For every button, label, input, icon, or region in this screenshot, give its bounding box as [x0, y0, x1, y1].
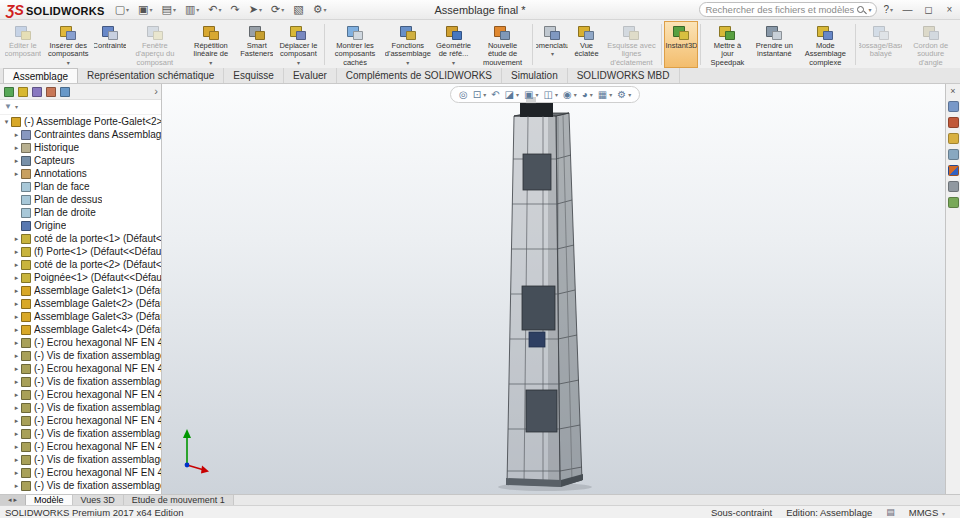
- tree-item[interactable]: ▸Assemblage Galet<3> (Défaut<Et...: [0, 310, 161, 323]
- tab-complements-de-solidworks[interactable]: Compléments de SOLIDWORKS: [337, 68, 502, 83]
- tree-item[interactable]: ▸(-) Ecrou hexagonal NF EN 4032-N...: [0, 440, 161, 453]
- scroll-tabs-left-icon[interactable]: ◂: [8, 496, 12, 504]
- viewport-3d[interactable]: [162, 84, 945, 494]
- design-library-icon[interactable]: [948, 117, 959, 128]
- smart-fasteners-button[interactable]: Smart Fasteners: [239, 21, 275, 68]
- montrer-les-composants-caches-button[interactable]: Montrer les composants cachés: [327, 21, 383, 68]
- zoom-to-area-button[interactable]: ⊡▾: [472, 90, 487, 100]
- section-view-button[interactable]: ◪▾: [504, 90, 520, 100]
- expand-arrow-icon[interactable]: ▸: [12, 352, 21, 359]
- expand-arrow-icon[interactable]: ▸: [12, 313, 21, 320]
- expand-arrow-icon[interactable]: ▸: [12, 391, 21, 398]
- expand-arrow-icon[interactable]: ▸: [12, 378, 21, 385]
- expand-arrow-icon[interactable]: ▸: [12, 365, 21, 372]
- select-button[interactable]: ➤▾: [245, 1, 266, 19]
- expand-arrow-icon[interactable]: ▸: [12, 326, 21, 333]
- redo-button[interactable]: ↷: [227, 1, 244, 19]
- tree-item[interactable]: ▸coté de la porte<2> (Défaut<<Dé...: [0, 258, 161, 271]
- tree-item[interactable]: ▸(-) Vis de fixation assemblage gale...: [0, 427, 161, 440]
- tree-item[interactable]: ▾(-) Assemblage Porte-Galet<2> (Défaut..…: [0, 115, 161, 128]
- edit-appearance-button[interactable]: ◕▾: [581, 90, 594, 100]
- expand-arrow-icon[interactable]: ▸: [12, 417, 21, 424]
- assembly-3d-model[interactable]: [162, 84, 945, 494]
- tree-item[interactable]: ▸(-) Vis de fixation assemblage gale...: [0, 375, 161, 388]
- tree-item[interactable]: Plan de face: [0, 180, 161, 193]
- expand-arrow-icon[interactable]: ▸: [12, 261, 21, 268]
- search-caret-icon[interactable]: ▾: [868, 7, 871, 13]
- instant3d-button[interactable]: Instant3D: [664, 21, 698, 68]
- tree-item[interactable]: ▸(-) Vis de fixation assemblage gale...: [0, 349, 161, 362]
- display-style-button[interactable]: ◫▾: [542, 90, 558, 100]
- prendre-un-instantane-button[interactable]: Prendre un instantané: [752, 21, 798, 68]
- tree-item[interactable]: ▸Capteurs: [0, 154, 161, 167]
- scroll-tabs-right-icon[interactable]: ▸: [14, 496, 18, 504]
- repetition-lineaire-de-composants-button[interactable]: Répétition linéaire de composants▾: [183, 21, 239, 68]
- save-button[interactable]: ▤▾: [158, 1, 180, 19]
- tab-simulation[interactable]: Simulation: [502, 68, 568, 83]
- pane-flyout-chevron-icon[interactable]: ›: [154, 85, 158, 97]
- expand-arrow-icon[interactable]: ▸: [12, 339, 21, 346]
- nouvelle-etude-de-mouvement-button[interactable]: Nouvelle étude de mouvement: [474, 21, 530, 68]
- minimize-button[interactable]: —: [899, 2, 916, 18]
- file-properties-button[interactable]: ▧: [289, 1, 307, 19]
- units-selector[interactable]: MMGS ▾: [909, 507, 945, 518]
- view-settings-button[interactable]: ⚙▾: [616, 90, 632, 100]
- view-orientation-button[interactable]: ▣▾: [523, 90, 539, 100]
- file-explorer-icon[interactable]: [948, 133, 959, 144]
- undo-button[interactable]: ↶▾: [204, 1, 225, 19]
- expand-arrow-icon[interactable]: ▸: [12, 274, 21, 281]
- expand-arrow-icon[interactable]: ▸: [12, 430, 21, 437]
- tree-item[interactable]: ▸Assemblage Galet<2> (Défaut<Et...: [0, 297, 161, 310]
- geometrie-de-refe-button[interactable]: Géométrie de réfé...▾: [433, 21, 475, 68]
- solidworks-resources-icon[interactable]: [948, 101, 959, 112]
- configurationmanager-tab-icon[interactable]: [32, 87, 42, 97]
- expand-arrow-icon[interactable]: ▸: [12, 170, 21, 177]
- search-icon[interactable]: [857, 6, 864, 13]
- tree-item[interactable]: Plan de droite: [0, 206, 161, 219]
- hide-show-items-button[interactable]: ◉▾: [562, 90, 578, 100]
- tree-item[interactable]: ▸(-) Ecrou hexagonal NF EN 4032-N...: [0, 362, 161, 375]
- zoom-to-fit-button[interactable]: ◎: [458, 90, 469, 100]
- custom-properties-icon[interactable]: [948, 181, 959, 192]
- tree-item[interactable]: ▸Annotations: [0, 167, 161, 180]
- contrainte-button[interactable]: Contrainte: [93, 21, 127, 68]
- tree-item[interactable]: ▸Poignée<1> (Défaut<<Défaut>_E...: [0, 271, 161, 284]
- vue-eclatee-button[interactable]: Vue éclatée: [569, 21, 603, 68]
- close-button[interactable]: ×: [941, 2, 958, 18]
- tree-item[interactable]: ▸(-) Vis de fixation assemblage gale...: [0, 401, 161, 414]
- mode-assemblage-complexe-button[interactable]: Mode Assemblage complexe: [797, 21, 853, 68]
- displaymanager-tab-icon[interactable]: [60, 87, 70, 97]
- tree-item[interactable]: Origine: [0, 219, 161, 232]
- forum-icon[interactable]: [948, 197, 959, 208]
- doc-tab-vues-3d[interactable]: Vues 3D: [73, 495, 124, 505]
- options-button[interactable]: ⚙▾: [309, 1, 331, 19]
- tree-item[interactable]: ▸(-) Vis de fixation assemblage gale...: [0, 479, 161, 492]
- doc-tab-etude-de-mouvement-1[interactable]: Etude de mouvement 1: [124, 495, 234, 505]
- expand-arrow-icon[interactable]: ▸: [12, 469, 21, 476]
- tab-representation-schematique[interactable]: Représentation schématique: [78, 68, 224, 83]
- tree-item[interactable]: ▸(-) Vis de fixation assemblage gale...: [0, 453, 161, 466]
- tab-evaluer[interactable]: Evaluer: [284, 68, 337, 83]
- previous-view-button[interactable]: ↶: [490, 90, 500, 100]
- expand-arrow-icon[interactable]: ▸: [12, 157, 21, 164]
- help-button[interactable]: ? ▾: [881, 4, 895, 15]
- expand-arrow-icon[interactable]: ▸: [12, 287, 21, 294]
- tree-item[interactable]: Plan de dessus: [0, 193, 161, 206]
- new-file-button[interactable]: ▢▾: [111, 1, 133, 19]
- nomenclature-button[interactable]: Nomenclature▾: [535, 21, 569, 68]
- rebuild-button[interactable]: ⟳▾: [267, 1, 288, 19]
- featuremanager-tab-icon[interactable]: [4, 87, 14, 97]
- tree-filter-row[interactable]: ▼ ▾: [0, 100, 161, 115]
- tree-item[interactable]: ▸Historique: [0, 141, 161, 154]
- apply-scene-button[interactable]: ▦▾: [597, 90, 613, 100]
- tree-item[interactable]: ▸(-) Ecrou hexagonal NF EN 4032-N...: [0, 414, 161, 427]
- tree-item[interactable]: ▸coté de la porte<1> (Défaut<<Dé...: [0, 232, 161, 245]
- expand-arrow-icon[interactable]: ▸: [12, 300, 21, 307]
- deplacer-le-composant-button[interactable]: Déplacer le composant▾: [275, 21, 322, 68]
- close-taskpane-icon[interactable]: ×: [950, 87, 955, 96]
- search-box[interactable]: ▾: [699, 2, 877, 17]
- search-input[interactable]: [705, 4, 854, 15]
- tree-item[interactable]: ▸(-) Ecrou hexagonal NF EN 4032-N...: [0, 388, 161, 401]
- tab-assemblage[interactable]: Assemblage: [3, 68, 78, 83]
- tab-scroll-control[interactable]: ◂ ▸: [0, 495, 26, 505]
